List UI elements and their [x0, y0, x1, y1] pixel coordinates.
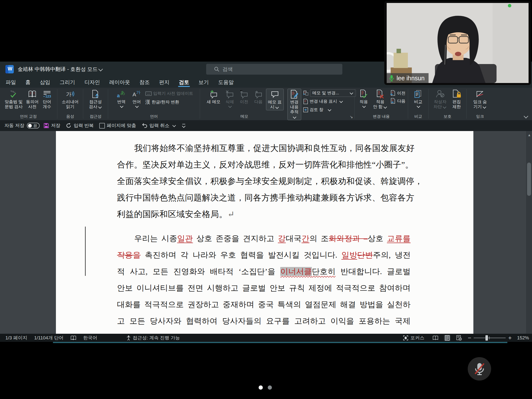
- fit-to-page-button[interactable]: 페이지에 맞춤: [98, 122, 138, 129]
- tab-help[interactable]: 도움말: [214, 77, 238, 88]
- restrict-editing-icon: [452, 89, 462, 99]
- read-aloud-icon: 가: [65, 89, 75, 99]
- web-layout-button[interactable]: [456, 335, 462, 341]
- title-chevron-down-icon[interactable]: [99, 67, 103, 71]
- read-aloud-button[interactable]: 가 소리내어 읽기: [60, 89, 80, 110]
- group-comments: 새 메모 삭제 이전: [200, 88, 288, 120]
- tab-home[interactable]: 홈: [21, 77, 35, 88]
- delete-comment-button: 삭제: [223, 89, 236, 108]
- print-layout-button[interactable]: [444, 335, 450, 341]
- chevron-down-icon: [483, 105, 486, 108]
- chevron-down-icon: [98, 105, 102, 108]
- scroll-up-icon[interactable]: ▲: [528, 133, 531, 137]
- zoom-out-icon[interactable]: −: [468, 335, 471, 340]
- toolbar-overflow-button[interactable]: [182, 124, 185, 127]
- tab-layout[interactable]: 레이아웃: [105, 77, 135, 88]
- restrict-editing-button[interactable]: 편집 제한: [450, 89, 463, 110]
- word-count-indicator[interactable]: 1/1104개 단어: [32, 335, 66, 341]
- repeat-typing-button[interactable]: 입력 반복: [64, 122, 95, 129]
- next-change-button[interactable]: 다음: [390, 98, 405, 104]
- save-icon: [44, 123, 49, 128]
- focus-mode-button[interactable]: 포커스: [400, 335, 427, 341]
- zoom-slider[interactable]: − +: [468, 335, 512, 340]
- hide-ink-button[interactable]: 잉크 숨 기기: [471, 89, 489, 110]
- collapse-ribbon-icon[interactable]: [524, 114, 528, 118]
- reviewing-pane-button[interactable]: 검토 창: [303, 106, 356, 114]
- check-accessibility-button[interactable]: 접근성 검사: [87, 89, 104, 110]
- group-name: 음성: [58, 114, 83, 120]
- spellcheck-icon: ㄱㄴ: [9, 89, 18, 99]
- vertical-scrollbar[interactable]: ▲: [526, 131, 532, 334]
- previous-change-button[interactable]: 이전: [390, 90, 405, 96]
- text-segment: 작용을: [117, 250, 141, 259]
- document-area: 我们将始终不渝坚持相互尊重，促进大国协调和良性互动，同各国发展友好 合作。坚决反…: [0, 131, 532, 334]
- accept-change-button[interactable]: 적용: [357, 89, 370, 108]
- markup-view-select[interactable]: 메모 및 변경...: [310, 89, 356, 97]
- toggle-knob: [28, 124, 32, 128]
- chevron-down-icon: [228, 104, 232, 108]
- show-comments-button[interactable]: 메모 표 시: [266, 89, 284, 110]
- divider: [408, 89, 408, 119]
- spelling-grammar-button[interactable]: ㄱㄴ 맞춤법 및 문법 검사: [3, 89, 24, 110]
- button-label: 다음: [254, 100, 263, 104]
- search-input[interactable]: 검색: [206, 64, 342, 75]
- tab-file[interactable]: 파일: [1, 77, 21, 88]
- accessibility-status[interactable]: 접근성: 계속 진행 가능: [124, 335, 183, 341]
- text-segment: 대화를 적극적으로 권장하고 중재하며 중국 특색의 열점문제 해결 방법을 실…: [117, 300, 411, 309]
- button-label: 다음: [397, 98, 405, 104]
- show-markup-button[interactable]: 변경 내용 표시: [303, 98, 356, 105]
- scrollbar-thumb[interactable]: [527, 163, 531, 196]
- paragraph-mark: ↵: [228, 210, 235, 219]
- chevron-down-icon: [339, 99, 343, 103]
- text-segment: 단호히: [312, 267, 335, 276]
- reject-change-button[interactable]: 적용 안 함: [371, 89, 389, 110]
- language-indicator[interactable]: 한국어: [81, 335, 100, 341]
- dialog-launcher-icon[interactable]: ↘: [350, 115, 353, 119]
- read-mode-button[interactable]: [432, 335, 439, 341]
- proofing-status[interactable]: [68, 335, 79, 340]
- tab-insert[interactable]: 삽입: [35, 77, 55, 88]
- tab-view[interactable]: 보기: [194, 77, 214, 88]
- tab-references[interactable]: 참조: [135, 77, 154, 88]
- group-name: 비교: [409, 114, 428, 120]
- chevron-down-icon: [328, 108, 331, 111]
- compare-button[interactable]: 비교: [412, 89, 425, 108]
- autosave-toggle[interactable]: 끔: [27, 123, 40, 129]
- repeat-label: 입력 반복: [74, 122, 94, 129]
- zoom-thumb[interactable]: [485, 335, 488, 341]
- zoom-track[interactable]: [474, 338, 506, 338]
- hangul-hanja-convert-button[interactable]: 漢 한글/한자 변환: [145, 98, 193, 106]
- window-accent-line: [53, 342, 507, 343]
- text-segment: 상호 존중을 견지하고: [193, 234, 278, 243]
- participant-name-tag: lee ihnsun: [387, 73, 429, 83]
- tracked-change-bar: [85, 227, 86, 276]
- button-label: 새 메모: [207, 100, 220, 104]
- document-page[interactable]: 我们将始终不渝坚持相互尊重，促进大国协调和良性互动，同各国发展友好 合作。坚决反…: [56, 131, 473, 334]
- undo-typing-button[interactable]: 입력 취소: [140, 122, 178, 129]
- thesaurus-button[interactable]: 동의어 사전: [24, 89, 40, 110]
- webcam-overlay[interactable]: lee ihnsun: [384, 1, 531, 85]
- track-changes-button[interactable]: 변경 내용 추적: [287, 89, 301, 120]
- language-button[interactable]: A가 언어: [130, 89, 143, 108]
- translate-button[interactable]: aあ 번역: [115, 89, 128, 108]
- save-button[interactable]: 저장: [42, 122, 62, 129]
- text-segment: 일방: [341, 250, 357, 259]
- page-indicator-dots[interactable]: [259, 385, 272, 390]
- dot-inactive[interactable]: [268, 385, 272, 390]
- word-count-button[interactable]: 123 단어 개수: [40, 89, 54, 110]
- redo-icon: [66, 123, 72, 129]
- zoom-level[interactable]: 152%: [517, 335, 529, 341]
- tab-design[interactable]: 디자인: [80, 77, 105, 88]
- new-comment-button[interactable]: 새 메모: [205, 89, 222, 105]
- mute-microphone-button[interactable]: [468, 357, 491, 381]
- display-for-review-dropdown[interactable]: 메모 및 변경...: [303, 89, 356, 97]
- ribbon: ㄱㄴ 맞춤법 및 문법 검사 동의어 사전 123 단어 개수: [0, 88, 532, 120]
- tab-review[interactable]: 검토: [174, 77, 194, 88]
- svg-text:가: 가: [136, 90, 140, 95]
- tab-mailings[interactable]: 편지: [154, 77, 174, 88]
- page-indicator[interactable]: 1/3 페이지: [3, 335, 30, 341]
- button-label: 비교: [414, 100, 422, 104]
- dot-active[interactable]: [259, 385, 263, 390]
- tab-draw[interactable]: 그리기: [55, 77, 80, 88]
- zoom-in-icon[interactable]: +: [508, 335, 512, 340]
